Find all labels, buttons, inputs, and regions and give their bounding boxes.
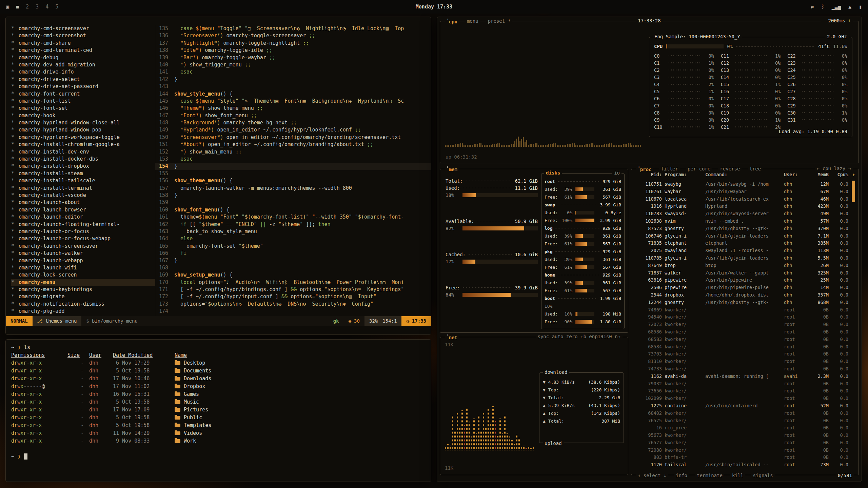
file-item[interactable]: *omarchy-install-chromium-google-a	[11, 141, 155, 148]
file-item[interactable]: *omarchy-cmd-terminal-cwd	[11, 47, 155, 54]
file-item[interactable]: *omarchy-launch-webapp	[11, 257, 155, 264]
file-item[interactable]: *omarchy-hook	[11, 112, 155, 119]
network-box-title[interactable]: ³net	[445, 334, 459, 340]
process-row[interactable]: 68584kworker/root0B0.0	[635, 343, 848, 351]
code-line[interactable]: 166 fi	[155, 250, 431, 257]
code-line[interactable]: 145 case $(menu "Style" "✎ Theme\n▣ Font…	[155, 98, 431, 105]
process-row[interactable]: 87649btopbtopdhh26M0.0	[635, 262, 848, 269]
code-line[interactable]: 164 else	[155, 235, 431, 242]
code-line[interactable]: 173 options="$options\n◇ Defaults\n◎ DNS…	[155, 301, 431, 308]
file-item[interactable]: *omarchy-lock-screen	[11, 271, 155, 279]
code-line[interactable]: 150 *Screensaver*) open_in_editor ~/.con…	[155, 134, 431, 141]
file-item[interactable]: *omarchy-launch-floating-terminal-	[11, 221, 155, 228]
process-column-header[interactable]: Cpu%	[831, 172, 848, 177]
process-row[interactable]: 110670localsea/usr/lib/localsearch-exdhh…	[635, 196, 848, 203]
file-item[interactable]: *omarchy-install-dev-env	[11, 148, 155, 156]
process-row[interactable]: 74869kworker/root0B0.0	[635, 306, 848, 314]
file-item[interactable]: *omarchy-font-current	[11, 90, 155, 98]
process-row[interactable]: 76577kworker/root0B0.0	[635, 439, 848, 447]
proc-menu-reverse[interactable]: reverse	[718, 166, 742, 171]
process-row[interactable]: 94540kworker/root0B0.0	[635, 313, 848, 321]
file-item[interactable]: *omarchy-menu	[11, 279, 155, 286]
file-item[interactable]: *omarchy-launch-walker	[11, 250, 155, 257]
scroll-up-icon[interactable]: ↑	[852, 172, 855, 177]
net-interface-label[interactable]: ←b enp191s0 n→	[580, 334, 620, 339]
proc-action[interactable]: terminate	[695, 473, 724, 478]
process-row[interactable]: 2075XwaylandXwayland :1 -rootless -dhh11…	[635, 247, 848, 255]
process-column-header[interactable]: Command:	[705, 172, 781, 177]
code-line[interactable]: 140 *) show_trigger_menu ;;	[155, 61, 431, 68]
workspace-5[interactable]: 5	[55, 4, 58, 10]
file-row[interactable]: drwxr-xr-x-dhh 5 Oct 19:58Public	[11, 414, 426, 422]
process-row[interactable]: 110785glycin-i/usr/lib/glycin-loadersdhh…	[635, 255, 848, 262]
launcher-icon[interactable]: ▣	[6, 4, 9, 10]
code-line[interactable]: 135 case $(menu "Toggle" "▢ Screensaver\…	[155, 25, 431, 32]
process-row[interactable]: 102638nvimnvim --embed .dhh57M0.0	[635, 218, 848, 225]
battery-icon[interactable]: ▮	[859, 4, 862, 10]
file-row[interactable]: drwxr-xr-x-dhh11 Nov 14:29Videos	[11, 429, 426, 437]
code-line[interactable]: 144show_style_menu() {	[155, 90, 431, 98]
file-item[interactable]: *omarchy-hyprland-window-close-all	[11, 119, 155, 126]
code-line[interactable]: 148 *Background*) omarchy-theme-bg-next …	[155, 119, 431, 126]
process-row[interactable]: 16rcu_preeroot0B0.0	[635, 424, 848, 432]
process-row[interactable]: 68586kworker/root0B0.0	[635, 328, 848, 336]
process-row[interactable]: 81310kworker/root0B0.0	[635, 358, 848, 365]
code-line[interactable]: 146 *Theme*) show_theme_menu ;;	[155, 105, 431, 112]
process-row[interactable]: 110761waybar/usr/bin/waybardhh67M0.0	[635, 188, 848, 196]
proc-action[interactable]: ↑ select ↓	[636, 473, 668, 478]
code-line[interactable]: 153 esac	[155, 156, 431, 163]
code-line[interactable]: 170 local options="♪ Audio\n◠ Wifi\nᛒ Bl…	[155, 279, 431, 286]
process-column-header[interactable]: User:	[784, 172, 804, 177]
code-line[interactable]: 172 [ -f ~/.config/hypr/input.conf ] && …	[155, 293, 431, 300]
file-row[interactable]: drwxr-xr-x-dhh17 Nov 17:09Pictures	[11, 406, 426, 414]
process-row[interactable]: 76575kworker/root0B0.0	[635, 417, 848, 425]
file-item[interactable]: *omarchy-dev-add-migration	[11, 61, 155, 68]
topbar-clock[interactable]: Monday 17:33	[416, 4, 452, 10]
process-row[interactable]: 2506pipewire/usr/bin/pipewire-pulsedhh14…	[635, 284, 848, 291]
process-row[interactable]: 1170tailscal/usr/sbin/tailscaled --root7…	[635, 461, 848, 467]
file-row[interactable]: drwxr-xr-x-dhh 5 Oct 19:58Templates	[11, 422, 426, 429]
file-item[interactable]: *omarchy-launch-about	[11, 199, 155, 206]
file-item[interactable]: *omarchy-launch-wifi	[11, 264, 155, 271]
code-line[interactable]: 154}	[155, 163, 431, 170]
scrollbar-thumb[interactable]	[852, 181, 855, 202]
net-menu-sync[interactable]: sync	[538, 334, 552, 339]
workspace-3[interactable]: 3	[36, 4, 39, 10]
process-scrollbar[interactable]	[852, 181, 855, 467]
wifi-icon[interactable]: ▲	[848, 4, 851, 10]
code-line[interactable]: 136 *Screensaver*) omarchy-toggle-screen…	[155, 32, 431, 39]
refresh-interval-control[interactable]: - 2000ms +	[821, 18, 853, 23]
code-line[interactable]: 161 theme=$(menu "Font" "$(omarchy-font-…	[155, 214, 431, 221]
code-line[interactable]: 149 *Hyprland*) open_in_editor ~/.config…	[155, 126, 431, 134]
btop-preset-button[interactable]: preset *	[486, 18, 512, 24]
code-line[interactable]: 151 *About*) open_in_editor ~/.config/om…	[155, 141, 431, 148]
proc-menu-tree[interactable]: tree	[748, 166, 763, 171]
git-branch[interactable]: ⎇ themes-menu	[33, 316, 82, 326]
file-item[interactable]: *omarchy-migrate	[11, 293, 155, 300]
proc-menu-per-core[interactable]: per-core	[686, 166, 712, 171]
file-item[interactable]: *omarchy-drive-info	[11, 68, 155, 76]
diagnostics-badge[interactable]: ◉ 30	[344, 316, 364, 326]
net-menu-zero[interactable]: zero	[566, 334, 580, 339]
code-line[interactable]: 168	[155, 264, 431, 271]
file-row[interactable]: drwxr-xr-x-dhh 9 Nov 08:33Work	[11, 437, 426, 445]
process-row[interactable]: 102099kworker/root0B0.0	[635, 395, 848, 402]
code-line[interactable]: 171 [ -f ~/.config/hypr/bindings.conf ] …	[155, 286, 431, 293]
file-item[interactable]: *omarchy-notification-dismiss	[11, 301, 155, 308]
file-item[interactable]: *omarchy-install-dropbox	[11, 163, 155, 170]
file-row[interactable]: drwx------@-dhh17 Nov 11:02Dropbox	[11, 383, 426, 390]
process-row[interactable]: 74733kworker/root0B0.0	[635, 365, 848, 373]
bluetooth-icon[interactable]: ᛒ	[821, 4, 824, 10]
process-row[interactable]: 1916HyprlandHyprlanddhh423M0.0	[635, 203, 848, 210]
process-row[interactable]: 106746glycin-i/usr/lib/glycin-loadersdhh…	[635, 232, 848, 240]
file-item[interactable]: *omarchy-cmd-share	[11, 40, 155, 47]
process-row[interactable]: 1162avahi-daavahi-daemon: running [avahi…	[635, 373, 848, 380]
process-row[interactable]: 72073kworker/root0B0.0	[635, 321, 848, 328]
code-line[interactable]: 163 back_to show_style_menu	[155, 228, 431, 235]
proc-menu-filter[interactable]: filter	[659, 166, 680, 171]
proc-action[interactable]: signals	[751, 473, 775, 478]
process-row[interactable]: 71835elephantelephantdhh385M0.0	[635, 240, 848, 247]
process-column-header[interactable]: Program:	[665, 172, 703, 177]
process-row[interactable]: 110751swaybg/usr/bin/swaybg -i /homdhh12…	[635, 181, 848, 188]
proc-action[interactable]: kill	[730, 473, 745, 478]
